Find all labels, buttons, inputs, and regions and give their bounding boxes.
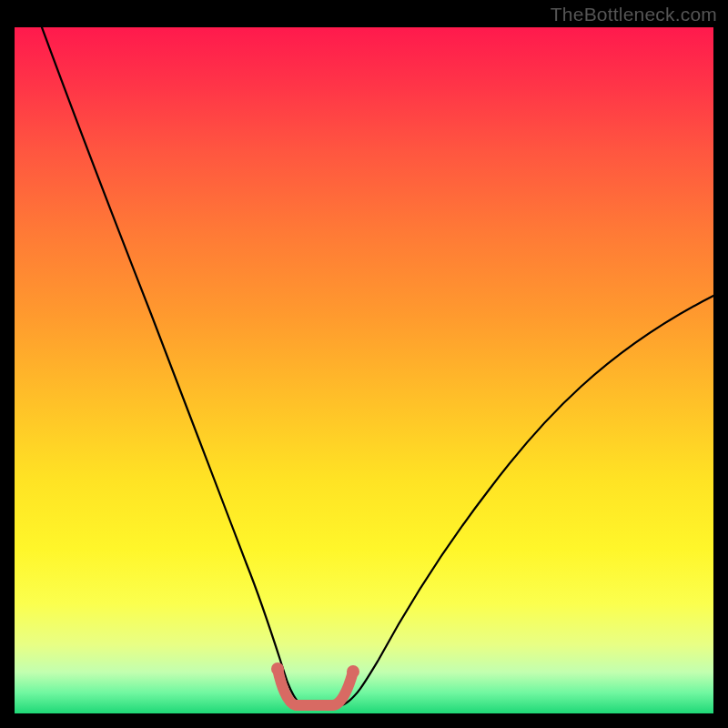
trough-end-left xyxy=(271,662,284,675)
chart-frame: TheBottleneck.com xyxy=(0,0,728,728)
trough-end-right xyxy=(347,665,359,678)
bottleneck-curve xyxy=(42,27,713,708)
plot-area xyxy=(15,27,713,713)
chart-svg xyxy=(15,27,713,713)
watermark-text: TheBottleneck.com xyxy=(551,4,717,25)
